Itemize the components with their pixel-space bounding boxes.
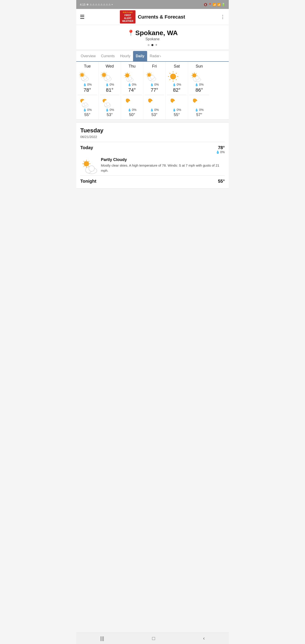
dot-2[interactable] [152,44,154,46]
temp-high-tue: 78° [78,87,97,93]
day-icon-wed [100,70,112,83]
add-location-button[interactable]: + [155,43,157,47]
drop-icon: 💧 [83,108,86,112]
svg-line-5 [80,73,81,74]
precip-wed-night: 💧 0% [100,108,120,112]
day-name-tue: Tue [78,64,97,69]
svg-line-20 [102,73,102,73]
precip-fri-day: 💧 0% [145,83,164,86]
day-col-fri[interactable]: Fri [143,62,166,120]
today-temps: 78° 💧 0% [216,145,225,154]
svg-line-8 [80,76,81,77]
temp-low-tue: 55° [78,112,97,117]
night-icon-tue [78,97,89,108]
precip-fri-night: 💧 0% [145,108,164,112]
today-label: Today [80,145,93,150]
kxly-logo: KXLY.com FIRST ALERT WEATHER [120,10,136,24]
day-col-tue[interactable]: Tue [76,62,98,120]
tab-overview[interactable]: Overview [78,51,98,61]
svg-point-41 [128,77,132,80]
temp-high-thu: 74° [122,87,142,93]
precip-sat-night: 💧 0% [167,108,186,112]
tab-radar[interactable]: Radar › [147,51,164,61]
tonight-label: Tonight [80,179,96,184]
wifi-icon: 📶 [213,3,216,6]
svg-line-68 [192,73,193,74]
snowflake-icon: ❄ [86,3,89,6]
svg-line-37 [129,73,130,74]
svg-point-26 [106,75,110,80]
app-header: ☰ KXLY.com FIRST ALERT WEATHER Currents … [76,9,229,25]
precip-sun-night: 💧 0% [190,108,209,112]
day-icon-thu [122,70,134,83]
day-name-sun: Sun [190,64,209,69]
temp-low-thu: 50° [122,112,142,117]
dot-1[interactable] [148,44,150,46]
more-menu-button[interactable]: ⋮ [220,14,225,20]
location-section: 📍 Spokane, WA Spokane + [76,25,229,49]
day-icon-sat [167,70,179,83]
status-bar: 4:15 ❄ ⚠ ⚠ ⚠ ⚠ ⚠ ⚠ ⚠ ⚠ • 🔇 📍 📶 📶 🔋 [76,0,229,9]
tab-currents[interactable]: Currents [98,51,118,61]
tonight-row: Tonight 55° [80,175,225,184]
svg-point-11 [84,76,87,80]
pin-icon: 📍 [127,30,134,36]
day-name-thu: Thu [122,64,142,69]
svg-line-47 [147,73,148,74]
location-icon: 📍 [208,3,212,6]
temp-low-sat: 55° [167,112,186,117]
temp-low-sun: 57° [190,112,209,117]
svg-point-74 [196,76,199,80]
location-region: Spokane [80,37,225,41]
chevron-right-icon: › [160,54,161,58]
today-condition-text: Mostly clear skies. A high temperature o… [101,163,225,173]
svg-line-61 [176,73,176,74]
precip-wed-day: 💧 0% [100,83,120,86]
svg-line-23 [102,77,102,77]
daily-scroll-container[interactable]: Tue [76,62,229,120]
svg-line-83 [84,166,84,166]
svg-line-82 [88,161,89,162]
svg-line-7 [84,73,84,74]
detail-divider [80,142,225,142]
day-icon-sun [190,70,202,83]
svg-point-30 [125,73,129,77]
temp-low-wed: 53° [100,112,120,117]
svg-point-0 [80,73,84,77]
svg-line-71 [192,77,193,78]
svg-line-38 [125,77,126,78]
svg-line-35 [125,73,126,74]
svg-point-14 [84,103,87,106]
day-col-sat[interactable]: Sat 💧 0% 82° [166,62,188,120]
day-name-sat: Sat [167,64,186,69]
precip-thu-day: 💧 0% [122,83,142,86]
night-icon-fri [145,97,156,108]
page-title: Currents & Forecast [138,14,185,20]
svg-line-60 [176,80,176,80]
temp-high-fri: 77° [145,87,164,93]
precip-tue-night: 💧 0% [78,108,97,112]
day-name-fri: Fri [145,64,164,69]
day-col-thu[interactable]: Thu [121,62,143,120]
navigation-tabs: Overview Currents Hourly Daily Radar › [76,51,229,62]
svg-point-75 [84,161,89,166]
precip-sun-day: 💧 0% [190,83,209,86]
mute-icon: 🔇 [204,3,207,6]
today-temp: 78° [216,145,225,150]
day-col-wed[interactable]: Wed [98,62,121,120]
precip-tue-day: 💧 0% [78,83,97,86]
tonight-temp: 55° [218,179,225,184]
drop-icon-today: 💧 [216,150,220,154]
day-col-sun[interactable]: Sun [188,62,210,120]
tab-hourly[interactable]: Hourly [118,51,133,61]
svg-point-63 [192,73,196,77]
today-description-block: Partly Cloudy Mostly clear skies. A high… [101,158,225,173]
detail-section: Tuesday 06/21/2022 Today 78° 💧 0% [76,122,229,188]
precip-sat-day: 💧 0% [167,83,186,86]
temp-low-fri: 53° [145,112,164,117]
svg-point-54 [170,74,176,80]
svg-line-59 [170,73,170,74]
menu-button[interactable]: ☰ [80,14,85,20]
svg-line-80 [84,161,84,162]
tab-daily[interactable]: Daily [133,51,147,61]
